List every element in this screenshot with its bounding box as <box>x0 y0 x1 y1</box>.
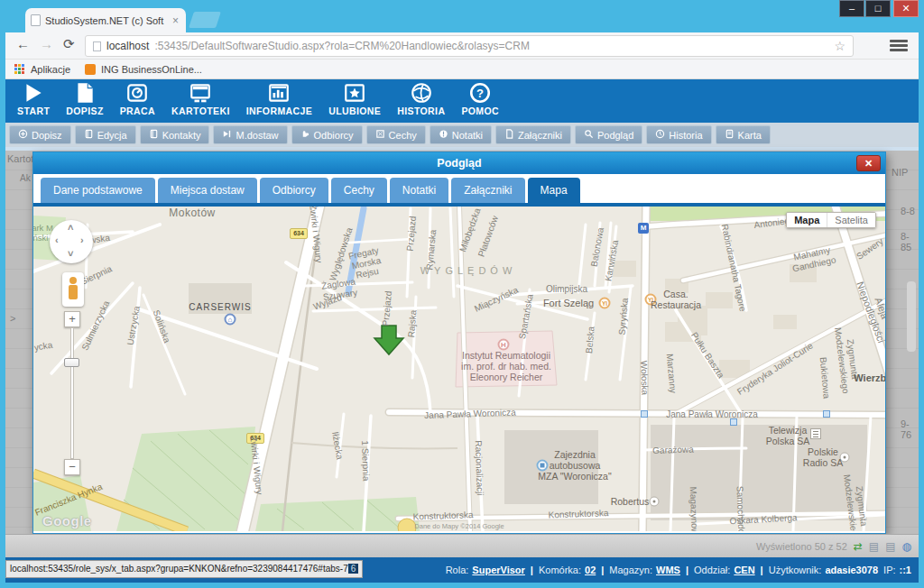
tab-close-icon[interactable]: × <box>171 14 180 27</box>
bookmark-ing[interactable]: ING BusinessOnLine... <box>101 64 202 75</box>
url-host: localhost <box>106 40 149 52</box>
podgl-d-button[interactable]: Podgląd <box>575 125 642 144</box>
button-label: Załączniki <box>518 130 562 141</box>
help-grid-icon[interactable]: ◍ <box>902 540 911 553</box>
session-label: Użytkownik: <box>769 565 822 575</box>
browser-tab[interactable]: StudioSystem.NET (c) Soft × <box>25 8 186 32</box>
session-value-rola[interactable]: SuperVisor <box>472 565 525 575</box>
pegman-streetview-control[interactable] <box>62 272 84 307</box>
action-toolbar: DopiszEdycjaKontaktyM.dostawOdbiorcyCech… <box>5 123 919 147</box>
reload-icon[interactable]: ⟳ <box>63 36 75 52</box>
nav-dopisz[interactable]: DOPISZ <box>58 79 112 123</box>
nav-historia[interactable]: HISTORIA <box>389 79 453 123</box>
notatki-button[interactable]: Notatki <box>430 125 492 144</box>
tab-notatki[interactable]: Notatki <box>390 178 448 203</box>
bookmark-star-icon[interactable]: ☆ <box>834 39 845 53</box>
bg-nip-header: NIP <box>892 167 908 178</box>
bookmark-apps[interactable]: Aplikacje <box>31 64 70 75</box>
nav-label: START <box>17 106 50 116</box>
zoom-out-button[interactable]: − <box>64 459 80 475</box>
m-dostaw-button[interactable]: M.dostaw <box>213 125 287 144</box>
historia-button[interactable]: Historia <box>646 125 711 144</box>
session-value-kom-rka[interactable]: 02 <box>585 565 596 575</box>
nav-label: INFORMACJE <box>246 106 312 116</box>
poi-dot-icon <box>840 453 850 463</box>
tab-miejsca-dostaw[interactable]: Miejsca dostaw <box>158 178 257 203</box>
tab-cechy[interactable]: Cechy <box>331 178 387 203</box>
bg-scrollbar-thumb[interactable] <box>907 281 916 352</box>
zoom-in-button[interactable]: + <box>64 311 80 327</box>
za-czniki-button[interactable]: Załączniki <box>495 125 571 144</box>
session-value-oddzia-[interactable]: CEN <box>734 565 754 575</box>
favicon-page-icon <box>31 14 41 26</box>
poi-dot-icon <box>650 497 660 507</box>
new-tab-button[interactable] <box>189 12 221 28</box>
pan-right-icon[interactable]: › <box>80 234 84 245</box>
nav-praca[interactable]: PRACA <box>112 79 163 123</box>
dialog-title: Podgląd <box>33 152 885 174</box>
google-map[interactable]: HYIYIM634634⌂ Mokotówark MńskiMołdawskaW… <box>33 207 885 531</box>
nav-pomoc[interactable]: ?POMOC <box>453 79 507 123</box>
forward-icon[interactable]: → <box>40 36 53 51</box>
minimize-button[interactable]: – <box>839 0 864 17</box>
tab-mapa[interactable]: Mapa <box>528 178 580 203</box>
monitor-icon <box>189 81 212 105</box>
edycja-button[interactable]: Edycja <box>75 125 136 144</box>
nav-kartoteki[interactable]: KARTOTEKI <box>163 79 238 123</box>
kontakty-button[interactable]: Kontakty <box>140 125 210 144</box>
nav-ulubione[interactable]: ULUBIONE <box>320 79 389 123</box>
map-type-control[interactable]: MapaSatelita <box>786 212 876 228</box>
map-type-mapa[interactable]: Mapa <box>787 213 827 227</box>
dialog-close-button[interactable]: ✕ <box>856 155 881 171</box>
nav-start[interactable]: START <box>9 79 58 123</box>
map-type-satelita[interactable]: Satelita <box>827 213 875 227</box>
displayed-count-label: Wyświetlono 50 z 52 <box>756 541 847 552</box>
odbiorcy-button[interactable]: Odbiorcy <box>291 125 363 144</box>
help-icon: ? <box>468 81 492 105</box>
session-label: IP: <box>883 565 895 575</box>
back-icon[interactable]: ← <box>16 36 30 51</box>
refresh-icon[interactable]: ⇄ <box>854 540 863 553</box>
button-label: Notatki <box>452 130 483 141</box>
page-icon <box>93 41 101 51</box>
paper-icon <box>504 129 514 141</box>
session-value-magazyn[interactable]: WMS <box>656 565 680 575</box>
pan-up-icon[interactable]: ˄ <box>68 222 73 233</box>
zoom-slider-handle[interactable] <box>64 358 79 367</box>
restaurant-icon: YI <box>645 294 657 306</box>
dopisz-button[interactable]: Dopisz <box>9 125 71 144</box>
tab-dane-podstawowe[interactable]: Dane podstawowe <box>41 178 155 203</box>
tab-za-czniki[interactable]: Załączniki <box>451 178 524 203</box>
karta-button[interactable]: Karta <box>716 125 771 144</box>
separator: | <box>686 565 688 575</box>
bus-stop-icon <box>641 410 648 418</box>
pan-left-icon[interactable]: ‹ <box>55 234 59 245</box>
pan-down-icon[interactable]: ˅ <box>68 248 73 259</box>
browser-menu-icon[interactable] <box>890 40 908 52</box>
close-window-button[interactable]: ✕ <box>893 0 919 17</box>
button-label: Karta <box>738 130 762 141</box>
tab-odbiorcy[interactable]: Odbiorcy <box>260 178 328 203</box>
print-grid-icon[interactable]: ▤ <box>885 540 895 553</box>
gauge-icon <box>125 81 149 105</box>
bg-nip-value: 8-85 <box>901 231 919 253</box>
map-pan-control[interactable]: ˄ ˅ ‹ › <box>50 220 93 263</box>
apps-grid-icon[interactable] <box>14 64 25 75</box>
zoom-slider-track[interactable] <box>70 327 74 459</box>
address-bar[interactable]: localhost:53435/DefaultSoftwareStudio.as… <box>85 35 854 57</box>
bus-stop-icon <box>730 418 737 426</box>
arrowbar-icon <box>222 129 232 141</box>
grid-icon <box>375 129 385 141</box>
grid-status-bar: Wyświetlono 50 z 52 ⇄ ▤ ▤ ◍ <box>5 534 919 557</box>
globe-icon <box>410 81 433 105</box>
cechy-button[interactable]: Cechy <box>366 125 426 144</box>
maximize-button[interactable]: □ <box>865 0 891 17</box>
plus-icon <box>18 129 28 141</box>
session-value-ip: ::1 <box>900 565 911 575</box>
nav-informacje[interactable]: INFORMACJE <box>238 79 320 123</box>
app-main-toolbar: STARTDOPISZPRACAKARTOTEKIINFORMACJEULUBI… <box>5 79 919 123</box>
building-icon <box>810 428 821 439</box>
export-grid-icon[interactable]: ▤ <box>869 540 879 553</box>
nav-label: DOPISZ <box>66 106 104 116</box>
nav-label: POMOC <box>461 106 499 116</box>
